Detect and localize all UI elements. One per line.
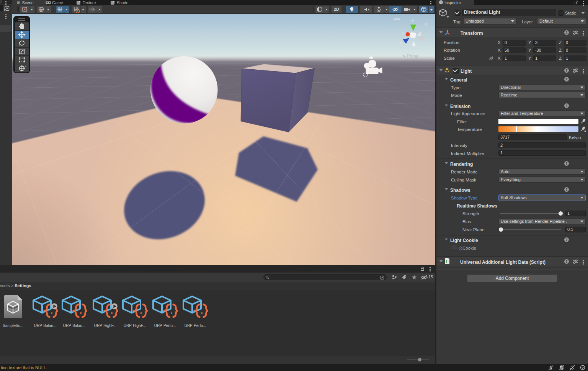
- svg-text:x: x: [402, 31, 404, 35]
- svg-text:y: y: [412, 18, 414, 22]
- svg-text:< Persp: < Persp: [403, 53, 419, 59]
- svg-text:z: z: [400, 41, 402, 45]
- svg-text:Y: Y: [60, 10, 62, 13]
